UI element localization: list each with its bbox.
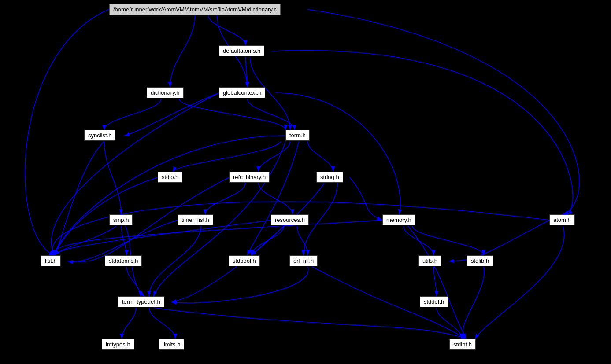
node-term-typedef: term_typedef.h — [118, 296, 164, 307]
node-memory: memory.h — [382, 214, 415, 225]
node-stdlib: stdlib.h — [467, 255, 493, 266]
node-stdbool: stdbool.h — [229, 255, 260, 266]
node-erl-nif: erl_nif.h — [289, 255, 318, 266]
node-stdio: stdio.h — [158, 172, 182, 183]
node-stdatomic: stdatomic.h — [105, 255, 142, 266]
node-refc-binary: refc_binary.h — [229, 172, 270, 183]
node-smp: smp.h — [109, 214, 133, 225]
node-synclist: synclist.h — [84, 130, 115, 141]
node-resources: resources.h — [271, 214, 309, 225]
node-timer-list: timer_list.h — [178, 214, 213, 225]
node-defaultatoms: defaultatoms.h — [219, 45, 264, 56]
node-limits: limits.h — [159, 339, 184, 350]
node-globalcontext: globalcontext.h — [219, 87, 265, 98]
node-list: list.h — [41, 255, 61, 266]
node-stdint: stdint.h — [449, 339, 476, 350]
node-utils: utils.h — [418, 255, 441, 266]
node-dictionary: dictionary.h — [147, 87, 184, 98]
node-term: term.h — [285, 130, 310, 141]
node-root: /home/runner/work/AtomVM/AtomVM/src/libA… — [109, 4, 281, 15]
node-stddef: stddef.h — [420, 296, 448, 307]
node-atom: atom.h — [549, 214, 575, 225]
node-inttypes: inttypes.h — [102, 339, 134, 350]
node-string: string.h — [316, 172, 343, 183]
